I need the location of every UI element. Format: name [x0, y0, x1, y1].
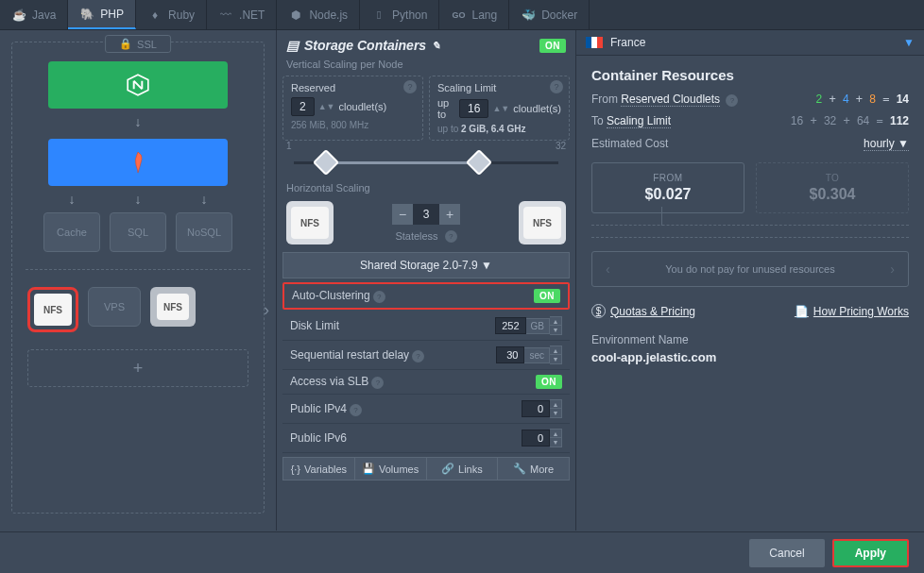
spin-up[interactable]: ▲	[550, 346, 561, 355]
sql-node[interactable]: SQL	[110, 212, 166, 252]
chevron-left-icon[interactable]: ‹	[602, 261, 614, 277]
arrow-down-icon: ↓	[135, 192, 142, 207]
help-icon[interactable]: ?	[445, 230, 457, 243]
region-dropdown[interactable]: France ▼	[576, 30, 924, 56]
layers-icon: ▤	[286, 38, 299, 53]
dollar-icon: $	[591, 304, 606, 318]
nfs-tile-left: NFS	[286, 201, 334, 244]
tab-ruby[interactable]: ♦Ruby	[136, 0, 207, 29]
language-tabs: ☕Java 🐘PHP ♦Ruby 〰.NET ⬢Node.js 𓆙Python …	[0, 0, 924, 30]
vscaling-label: Vertical Scaling per Node	[286, 59, 570, 70]
tab-java[interactable]: ☕Java	[0, 0, 68, 29]
help-icon[interactable]: ?	[403, 80, 417, 93]
stateless-label: Stateless	[395, 230, 437, 242]
balancer-node[interactable]	[48, 61, 228, 109]
env-name-value: cool-app.jelastic.com	[591, 350, 909, 364]
limit-value[interactable]: 16	[459, 99, 488, 118]
app-server-node[interactable]	[48, 139, 228, 186]
docker-icon: 🐳	[521, 8, 536, 23]
ipv4-value[interactable]: 0	[522, 400, 550, 417]
tab-dotnet[interactable]: 〰.NET	[207, 0, 277, 29]
volumes-button[interactable]: 💾Volumes	[355, 457, 427, 480]
nfs-node-selected[interactable]: NFS	[27, 287, 78, 332]
tab-docker[interactable]: 🐳Docker	[509, 0, 590, 29]
links-button[interactable]: 🔗Links	[427, 457, 499, 480]
spin-down[interactable]: ▼	[550, 326, 561, 334]
price-to-card: TO $0.304	[756, 162, 909, 213]
nginx-icon	[126, 73, 150, 97]
vps-node[interactable]: VPS	[88, 287, 141, 327]
auto-clustering-toggle[interactable]: ON	[534, 289, 560, 303]
how-pricing-link[interactable]: 📄How Pricing Works	[795, 304, 909, 318]
apply-button[interactable]: Apply	[832, 539, 909, 567]
footer: Cancel Apply	[0, 531, 924, 573]
ssl-badge[interactable]: 🔒 SSL	[105, 35, 171, 53]
spin-up[interactable]: ▲	[550, 430, 561, 438]
spin-down[interactable]: ▼	[550, 438, 561, 447]
apache-feather-icon	[128, 150, 148, 175]
help-icon[interactable]: ?	[412, 350, 424, 362]
nfs-node-secondary[interactable]: NFS	[150, 287, 196, 327]
ipv6-label: Public IPv6	[290, 431, 347, 445]
help-icon[interactable]: ?	[550, 80, 563, 93]
france-flag-icon	[586, 37, 603, 48]
node-count: 3	[413, 204, 439, 225]
document-icon: 📄	[795, 305, 809, 318]
chevron-right-icon[interactable]: ›	[886, 261, 898, 277]
golang-icon: GO	[451, 8, 466, 23]
lock-icon: 🔒	[119, 38, 132, 50]
pricing-info-strip: ‹ You do not pay for unused resources ›	[591, 251, 909, 287]
arrow-down-icon: ↓	[201, 192, 208, 207]
php-icon: 🐘	[79, 7, 94, 22]
python-icon: 𓆙	[371, 8, 386, 23]
help-icon[interactable]: ?	[371, 377, 384, 389]
slider-handle-max[interactable]	[466, 149, 492, 176]
link-icon: 🔗	[441, 463, 454, 475]
arrow-down-icon: ↓	[22, 114, 254, 129]
dotnet-icon: 〰	[218, 8, 233, 23]
cache-node[interactable]: Cache	[43, 212, 100, 252]
tab-golang[interactable]: GOLang	[439, 0, 509, 29]
restart-delay-value[interactable]: 30	[496, 346, 524, 363]
spin-up[interactable]: ▲	[550, 400, 561, 409]
edit-icon[interactable]: ✎	[432, 40, 440, 52]
help-icon[interactable]: ?	[373, 291, 385, 303]
decrement-button[interactable]: −	[392, 204, 413, 225]
shared-storage-dropdown[interactable]: Shared Storage 2.0-7.9 ▼	[282, 252, 570, 278]
storage-toggle[interactable]: ON	[539, 39, 566, 53]
tab-python[interactable]: 𓆙Python	[360, 0, 439, 29]
disk-limit-value[interactable]: 252	[495, 317, 525, 334]
java-icon: ☕	[11, 8, 26, 23]
reserved-value[interactable]: 2	[291, 97, 315, 116]
cancel-button[interactable]: Cancel	[749, 539, 824, 567]
sort-icon[interactable]: ▲▼	[318, 102, 335, 111]
add-layer-button[interactable]: +	[27, 349, 248, 387]
ipv6-value[interactable]: 0	[522, 430, 550, 447]
quotas-link[interactable]: $Quotas & Pricing	[591, 304, 695, 318]
sort-icon[interactable]: ▲▼	[492, 104, 509, 113]
help-icon[interactable]: ?	[350, 404, 362, 416]
nosql-node[interactable]: NoSQL	[176, 212, 232, 252]
spin-up[interactable]: ▲	[550, 317, 561, 326]
restart-delay-label: Sequential restart delay	[290, 348, 409, 362]
increment-button[interactable]: +	[439, 204, 460, 225]
more-button[interactable]: 🔧More	[498, 457, 570, 480]
help-icon[interactable]: ?	[726, 94, 738, 107]
disk-limit-label: Disk Limit	[290, 319, 339, 332]
price-from-card: FROM $0.027	[591, 162, 744, 213]
cloudlet-slider[interactable]: 1 32	[286, 148, 566, 177]
slb-toggle[interactable]: ON	[536, 375, 562, 389]
spin-down[interactable]: ▼	[550, 355, 561, 363]
env-name-label: Environment Name	[591, 333, 909, 346]
cost-mode-dropdown[interactable]: hourly ▼	[864, 137, 909, 151]
spin-down[interactable]: ▼	[550, 409, 561, 417]
reserved-card: ? Reserved 2▲▼cloudlet(s) 256 MiB, 800 M…	[282, 76, 423, 141]
disk-icon: 💾	[362, 463, 375, 475]
variables-button[interactable]: {·}Variables	[282, 457, 355, 480]
chevron-down-icon: ▼	[903, 36, 915, 49]
price-scale	[591, 225, 909, 238]
tab-php[interactable]: 🐘PHP	[68, 0, 136, 29]
chevron-right-icon[interactable]: ›	[264, 287, 269, 332]
tab-nodejs[interactable]: ⬢Node.js	[277, 0, 360, 29]
slider-handle-min[interactable]	[313, 149, 339, 176]
